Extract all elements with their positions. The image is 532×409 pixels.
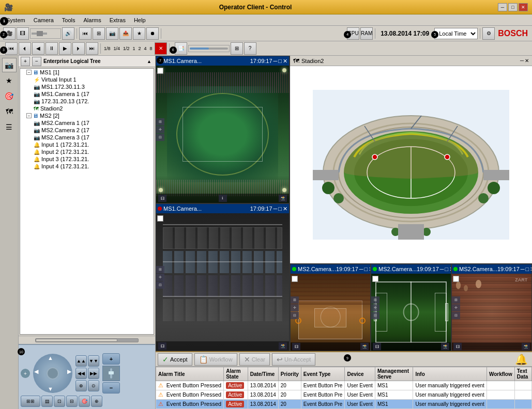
zoom-in-timeline[interactable]: ⊞ xyxy=(231,42,243,55)
tree-item-ms2-cam3[interactable]: 📷 MS2.Camera 3 (17 xyxy=(20,134,154,141)
close-button[interactable]: ✕ xyxy=(519,3,528,11)
ptz-btn-5[interactable]: ⊕ xyxy=(75,380,87,391)
tree-item-stadion[interactable]: 🗺 Stadion2 xyxy=(20,105,154,112)
tree-collapse-all[interactable]: − xyxy=(32,57,41,66)
ptz-btn-2[interactable]: ▼▼ xyxy=(88,355,99,367)
ptz-up[interactable]: ▲ xyxy=(48,355,53,361)
nav-cameras[interactable]: 📷 xyxy=(2,58,17,72)
snapshot-button[interactable]: 📷 xyxy=(106,27,118,40)
nav-list[interactable]: ☰ xyxy=(2,120,17,134)
timeline-slider[interactable] xyxy=(188,45,230,52)
menu-tools[interactable]: Tools xyxy=(58,16,80,24)
play-button[interactable]: ▶ xyxy=(59,42,71,55)
cam1-checkbox[interactable] xyxy=(157,68,163,75)
cam1-info-btn[interactable]: ℹ xyxy=(219,195,227,202)
pause-button[interactable]: ⏸ xyxy=(45,42,58,55)
cam1-pan-btn[interactable]: ✛ xyxy=(156,126,164,133)
bcam2-minimize[interactable]: ─ xyxy=(440,266,444,272)
play-back-button[interactable]: ◀ xyxy=(32,42,44,55)
record-button[interactable]: ⏺ xyxy=(146,27,159,40)
cam2-pan-btn[interactable]: ✛ xyxy=(156,274,164,281)
camera-grid-button[interactable]: ⊞ xyxy=(93,27,105,40)
step-fwd-button[interactable]: ⏵ xyxy=(72,42,85,55)
playback-button[interactable]: 🎞 xyxy=(17,27,29,40)
instant-replay-button[interactable]: ⏮ xyxy=(79,27,92,40)
tree-item-ms2-cam1[interactable]: 📷 MS2.Camera 1 (17 xyxy=(20,119,154,127)
bcam1-maximize[interactable]: □ xyxy=(364,266,368,272)
ptz-extra-4[interactable]: ⊟ xyxy=(66,396,78,407)
bcam3-close[interactable]: ✕ xyxy=(530,266,532,273)
bcam2-ctrl2[interactable]: ✛ xyxy=(371,304,379,311)
tree-item-cam3[interactable]: 📷 172.31.20.13 (172. xyxy=(20,98,154,105)
bcam3-minimize[interactable]: ─ xyxy=(521,266,525,272)
cam2-zoom-in-btn[interactable]: ⊞ xyxy=(156,266,164,273)
tree-scrollbar[interactable] xyxy=(19,336,155,344)
menu-help[interactable]: Help xyxy=(130,16,150,24)
menu-alarms[interactable]: Alarms xyxy=(80,16,105,24)
bcam1-check[interactable] xyxy=(292,276,298,282)
tree-item-input2[interactable]: 🔔 Input 2 (172.31.21. xyxy=(20,148,154,155)
settings-button[interactable]: ⚙ xyxy=(482,27,495,40)
bcam3-maximize[interactable]: □ xyxy=(526,266,529,272)
bcam1-ctrl2[interactable]: ✛ xyxy=(291,304,299,311)
cam1-maximize-icon[interactable]: □ xyxy=(278,58,282,64)
ptz-btn-1[interactable]: ▲▲ xyxy=(75,355,87,367)
zoom-2[interactable]: 2 xyxy=(138,46,142,51)
ptz-left[interactable]: ◀ xyxy=(34,368,38,375)
ptz-extra-6[interactable]: ⊕ xyxy=(91,396,102,407)
bcam1-checkbox[interactable] xyxy=(292,276,298,283)
export-button[interactable]: 📤 xyxy=(119,27,132,40)
bcam1-ctrl3[interactable]: ⊟ xyxy=(291,312,299,319)
bcam2-checkbox[interactable] xyxy=(372,276,378,283)
zoom-4[interactable]: 4 xyxy=(143,46,148,51)
next-frame-button[interactable]: ⏭ xyxy=(86,42,98,55)
accept-button[interactable]: ✓ Accept xyxy=(158,353,192,366)
expand-ms2[interactable]: − xyxy=(26,113,32,118)
cam2-checkbox[interactable] xyxy=(157,215,163,223)
ptz-extra-5[interactable]: 🎯 xyxy=(79,396,90,407)
ptz-btn-4[interactable]: ▶▶ xyxy=(88,368,99,379)
alarm-row-3-selected[interactable]: ⚠ Event Button Pressed Active 13.08.2014… xyxy=(156,400,532,409)
tree-scroll-up[interactable]: ▲ xyxy=(147,59,153,64)
bcam3-film[interactable]: 🎞 xyxy=(453,343,462,350)
workflow-button[interactable]: 📋 Workflow xyxy=(194,353,237,366)
bcam3-checkbox[interactable] xyxy=(453,276,459,283)
cam2-film-btn[interactable]: 🎞 xyxy=(158,342,166,350)
ptz-down[interactable]: ▼ xyxy=(48,386,53,392)
ptz-btn-6[interactable]: ⊙ xyxy=(88,380,99,391)
help-button[interactable]: ? xyxy=(244,42,256,55)
audio-button[interactable]: 🔊 xyxy=(62,27,74,40)
ptz-center[interactable] xyxy=(47,367,59,380)
bcam1-ctrl1[interactable]: ⊞ xyxy=(291,296,299,304)
alarm-row-1[interactable]: ⚠ Event Button Pressed Active 13.08.2014… xyxy=(156,381,532,390)
ptz-extra-1[interactable]: ⊞⊞ xyxy=(21,396,40,407)
stadium-win-close[interactable]: ✕ xyxy=(525,58,529,64)
ptz-zoom-in[interactable]: + xyxy=(102,353,120,365)
cam1-snap-btn[interactable]: 📸 xyxy=(279,195,287,202)
restore-button[interactable]: □ xyxy=(508,3,518,11)
tree-expand-all[interactable]: + xyxy=(21,57,30,66)
bcam2-maximize[interactable]: □ xyxy=(445,266,449,272)
bcam3-ctrl1[interactable]: ⊞ xyxy=(452,296,460,304)
cam1-minimize-icon[interactable]: ─ xyxy=(273,58,278,64)
bcam2-film[interactable]: 🎞 xyxy=(373,343,381,350)
cam1-check[interactable] xyxy=(157,68,163,74)
bcam2-snap[interactable]: 📸 xyxy=(441,343,449,350)
bcam1-film[interactable]: 🎞 xyxy=(292,343,300,350)
cam1-zoom-out-btn[interactable]: ⊟ xyxy=(156,134,164,141)
zoom-1-8[interactable]: 1/8 xyxy=(103,46,112,51)
zoom-8[interactable]: 8 xyxy=(149,46,154,51)
tree-item-cam1[interactable]: 📷 MS1.172.30.11.3 xyxy=(20,83,154,90)
ptz-add-button[interactable]: + xyxy=(21,369,30,378)
zoom-1-4[interactable]: 1/4 xyxy=(113,46,121,51)
ptz-extra-3[interactable]: ⊡ xyxy=(54,396,65,407)
menu-extras[interactable]: Extras xyxy=(105,16,130,24)
ptz-right[interactable]: ▶ xyxy=(67,368,71,375)
expand-ms1[interactable]: − xyxy=(26,70,32,75)
minimize-button[interactable]: ─ xyxy=(498,3,507,11)
tree-item-input3[interactable]: 🔔 Input 3 (172.31.21. xyxy=(20,155,154,163)
nav-map[interactable]: 🗺 xyxy=(2,104,17,119)
cam2-minimize-icon[interactable]: ─ xyxy=(273,206,278,212)
tree-item-input1[interactable]: 🔔 Input 1 (172.31.21. xyxy=(20,141,154,148)
cam2-snap-btn[interactable]: 📸 xyxy=(279,342,287,350)
